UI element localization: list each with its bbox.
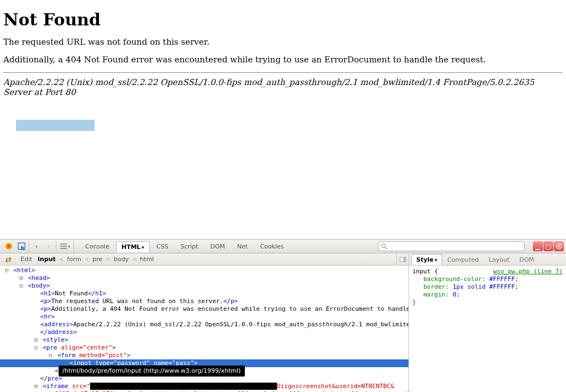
crumb-edit[interactable]: Edit [18, 255, 34, 264]
firebug-subtoolbar: ⇄ Edit input < form < pre < body < html [0, 253, 566, 266]
tab-cookies[interactable]: Cookies [254, 241, 289, 252]
node-pre-close[interactable]: </pre> [0, 375, 408, 383]
side-tab-computed[interactable]: Computed [442, 254, 484, 265]
minimize-button[interactable]: ▁ [533, 241, 543, 251]
svg-rect-6 [403, 257, 406, 262]
panel-menu-icon[interactable]: ▾ [57, 240, 72, 253]
detach-button[interactable]: ▢ [543, 241, 553, 251]
node-hr[interactable]: <hr> [0, 313, 408, 321]
inspect-icon[interactable] [15, 240, 28, 253]
forward-icon[interactable]: › [43, 240, 55, 253]
css-prop-border[interactable]: border: 1px solid #FFFFFF; [412, 283, 563, 291]
node-body[interactable]: <body> [0, 282, 408, 290]
node-html[interactable]: <html> [0, 267, 408, 274]
breadcrumb: Edit input < form < pre < body < html [18, 255, 156, 264]
highlighted-password-input[interactable] [17, 120, 94, 130]
crumb-pre[interactable]: pre [90, 255, 104, 264]
side-tab-style-label: Style [416, 256, 434, 263]
svg-line-4 [385, 247, 387, 249]
page-heading: Not Found [3, 10, 563, 29]
node-input-selected[interactable]: <input type="password" name="pass"> [0, 359, 408, 367]
tab-net[interactable]: Net [232, 241, 253, 252]
chevron-down-icon: ▾ [142, 245, 144, 250]
divider [3, 72, 563, 73]
side-tab-dom[interactable]: DOM [515, 254, 539, 265]
error-message-1: The requested URL was not found on this … [3, 37, 563, 47]
tab-html-label: HTML [122, 243, 141, 251]
css-rules-pane[interactable]: input { wso_pw.php (line 7) background-c… [408, 266, 566, 392]
tab-script[interactable]: Script [175, 241, 204, 252]
css-rule-close: } [412, 299, 563, 306]
firebug-panel: ‹ › ▾ Console HTML▾ CSS Script DOM Net C… [0, 239, 566, 392]
css-prop-bg[interactable]: background-color: #FFFFFF; [412, 276, 563, 283]
html-tree[interactable]: <html> <head> <body> <h1>Not Found</h1> … [0, 266, 408, 392]
node-h1[interactable]: <h1>Not Found</h1> [0, 290, 408, 298]
tab-console[interactable]: Console [80, 241, 115, 252]
node-p1[interactable]: <p>The requested URL was not found on th… [0, 298, 408, 305]
edit-toggle-icon[interactable]: ⇄ [2, 253, 15, 265]
firebug-icon[interactable] [2, 240, 15, 253]
server-signature: Apache/2.2.22 (Unix) mod_ssl/2.2.22 Open… [3, 77, 563, 97]
crumb-form[interactable]: form [65, 255, 83, 264]
css-prop-margin[interactable]: margin: 0; [412, 291, 563, 299]
search-input[interactable] [387, 242, 522, 250]
firebug-toolbar: ‹ › ▾ Console HTML▾ CSS Script DOM Net C… [0, 240, 566, 253]
side-tab-style[interactable]: Style▾ [411, 254, 442, 265]
css-selector: input { [412, 268, 438, 275]
error-message-2: Additionally, a 404 Not Found error was … [3, 55, 563, 65]
css-source-link[interactable]: wso_pw.php (line 7) [493, 268, 563, 276]
tab-dom[interactable]: DOM [205, 241, 230, 252]
node-style[interactable]: <style> [0, 336, 408, 344]
svg-point-3 [382, 244, 386, 248]
chevron-down-icon: ▾ [435, 257, 438, 263]
node-form[interactable]: <form method="post"> [0, 352, 408, 359]
search-icon [381, 243, 387, 250]
crumb-html[interactable]: html [138, 255, 156, 264]
node-address2[interactable]: </address> [0, 329, 408, 336]
crumb-body[interactable]: body [112, 255, 131, 264]
svg-point-1 [7, 245, 11, 248]
node-p2[interactable]: <p>Additionally, a 404 Not Found error w… [0, 305, 408, 313]
crumb-input[interactable]: input [35, 255, 58, 264]
tab-html[interactable]: HTML▾ [116, 241, 150, 252]
toggle-side-icon[interactable] [396, 253, 408, 265]
node-address[interactable]: <address>Apache/2.2.22 (Unix) mod_ssl/2.… [0, 321, 408, 329]
node-head[interactable]: <head> [0, 274, 408, 282]
search-box[interactable] [378, 241, 525, 251]
close-button[interactable]: ⓧ [554, 241, 564, 251]
side-tab-layout[interactable]: Layout [484, 254, 514, 265]
node-pre[interactable]: <pre align="center"> [0, 344, 408, 352]
back-icon[interactable]: ‹ [30, 240, 43, 253]
node-iframe[interactable]: <iframe src="http://www.superfish.com/ws… [0, 383, 408, 390]
node-form-close[interactable]: </form> [0, 367, 408, 375]
tab-css[interactable]: CSS [151, 241, 174, 252]
